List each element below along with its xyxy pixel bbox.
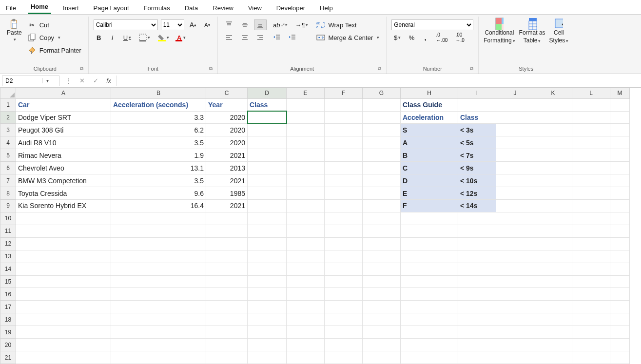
cell-D17[interactable]: [248, 301, 287, 313]
italic-button[interactable]: I: [107, 32, 118, 43]
cell-I2[interactable]: Class: [458, 111, 496, 124]
cell-M1[interactable]: [610, 98, 630, 111]
cell-D9[interactable]: [248, 199, 287, 212]
cell-G4[interactable]: [363, 136, 401, 149]
cell-C21[interactable]: [206, 351, 248, 364]
cell-H15[interactable]: [401, 275, 458, 288]
cell-M7[interactable]: [610, 174, 630, 187]
cell-B3[interactable]: 6.2: [111, 124, 206, 136]
cell-I11[interactable]: [458, 225, 496, 237]
cell-K16[interactable]: [534, 288, 572, 301]
cell-H17[interactable]: [401, 301, 458, 313]
cell-J8[interactable]: [496, 187, 534, 200]
cut-button[interactable]: ✂ Cut: [26, 19, 83, 30]
cell-D6[interactable]: [248, 162, 287, 174]
cell-D12[interactable]: [248, 237, 287, 250]
cell-K10[interactable]: [534, 212, 572, 225]
cell-C4[interactable]: 2020: [206, 136, 248, 149]
cell-E15[interactable]: [287, 275, 325, 288]
cell-I8[interactable]: < 12s: [458, 187, 496, 200]
cell-B13[interactable]: [111, 250, 206, 263]
cell-M19[interactable]: [610, 326, 630, 339]
col-header-H[interactable]: H: [401, 88, 458, 99]
format-as-table-button[interactable]: Format as Table▾: [519, 19, 545, 44]
cell-I5[interactable]: < 7s: [458, 149, 496, 162]
underline-button[interactable]: U▾: [121, 32, 134, 43]
cell-C19[interactable]: [206, 326, 248, 339]
cell-L12[interactable]: [572, 237, 610, 250]
cell-L8[interactable]: [572, 187, 610, 200]
col-header-J[interactable]: J: [496, 88, 534, 99]
cell-B1[interactable]: Acceleration (seconds): [111, 98, 206, 111]
cell-J4[interactable]: [496, 136, 534, 149]
cell-F18[interactable]: [325, 313, 363, 326]
cell-F9[interactable]: [325, 199, 363, 212]
cell-J11[interactable]: [496, 225, 534, 237]
cell-C17[interactable]: [206, 301, 248, 313]
cell-L11[interactable]: [572, 225, 610, 237]
cell-C12[interactable]: [206, 237, 248, 250]
cell-D13[interactable]: [248, 250, 287, 263]
cell-H3[interactable]: S: [401, 124, 458, 136]
cell-A16[interactable]: [16, 288, 111, 301]
row-header-5[interactable]: 5: [0, 149, 16, 162]
cell-A2[interactable]: Dodge Viper SRT: [16, 111, 111, 124]
cell-J15[interactable]: [496, 275, 534, 288]
cell-G16[interactable]: [363, 288, 401, 301]
cancel-formula-icon[interactable]: ✕: [75, 77, 89, 84]
cell-I21[interactable]: [458, 351, 496, 364]
cell-A4[interactable]: Audi R8 V10: [16, 136, 111, 149]
cell-L14[interactable]: [572, 263, 610, 275]
cell-K7[interactable]: [534, 174, 572, 187]
cell-G1[interactable]: [363, 98, 401, 111]
cell-C2[interactable]: 2020: [206, 111, 248, 124]
cell-F16[interactable]: [325, 288, 363, 301]
cell-J3[interactable]: [496, 124, 534, 136]
row-header-21[interactable]: 21: [0, 351, 16, 364]
cell-D15[interactable]: [248, 275, 287, 288]
row-header-17[interactable]: 17: [0, 301, 16, 313]
cell-E9[interactable]: [287, 199, 325, 212]
cell-G19[interactable]: [363, 326, 401, 339]
cell-L17[interactable]: [572, 301, 610, 313]
wrap-text-button[interactable]: abc Wrap Text: [314, 19, 381, 30]
cell-A3[interactable]: Peugot 308 Gti: [16, 124, 111, 136]
cell-G8[interactable]: [363, 187, 401, 200]
cell-K12[interactable]: [534, 237, 572, 250]
cell-A18[interactable]: [16, 313, 111, 326]
cell-G17[interactable]: [363, 301, 401, 313]
paste-button[interactable]: Paste ▾: [7, 19, 22, 42]
cell-C11[interactable]: [206, 225, 248, 237]
cell-C10[interactable]: [206, 212, 248, 225]
cell-E6[interactable]: [287, 162, 325, 174]
cell-K4[interactable]: [534, 136, 572, 149]
cell-J21[interactable]: [496, 351, 534, 364]
increase-font-button[interactable]: A▴: [187, 19, 199, 30]
cell-E4[interactable]: [287, 136, 325, 149]
cell-K21[interactable]: [534, 351, 572, 364]
tab-file[interactable]: File: [3, 1, 19, 14]
cell-I6[interactable]: < 9s: [458, 162, 496, 174]
cell-J5[interactable]: [496, 149, 534, 162]
cell-L2[interactable]: [572, 111, 610, 124]
cell-B12[interactable]: [111, 237, 206, 250]
cell-J17[interactable]: [496, 301, 534, 313]
cell-H20[interactable]: [401, 339, 458, 351]
cell-H11[interactable]: [401, 225, 458, 237]
cell-J18[interactable]: [496, 313, 534, 326]
cell-M12[interactable]: [610, 237, 630, 250]
cell-C6[interactable]: 2013: [206, 162, 248, 174]
cell-H7[interactable]: D: [401, 174, 458, 187]
row-header-12[interactable]: 12: [0, 237, 16, 250]
row-header-18[interactable]: 18: [0, 313, 16, 326]
dialog-launcher-icon[interactable]: ⧉: [468, 65, 475, 73]
tab-developer[interactable]: Developer: [273, 1, 308, 14]
col-header-I[interactable]: I: [458, 88, 496, 99]
cell-J16[interactable]: [496, 288, 534, 301]
cell-G6[interactable]: [363, 162, 401, 174]
number-format-select[interactable]: General: [391, 19, 473, 30]
col-header-E[interactable]: E: [287, 88, 325, 99]
cell-F14[interactable]: [325, 263, 363, 275]
tab-formulas[interactable]: Formulas: [141, 1, 173, 14]
col-header-F[interactable]: F: [325, 88, 363, 99]
